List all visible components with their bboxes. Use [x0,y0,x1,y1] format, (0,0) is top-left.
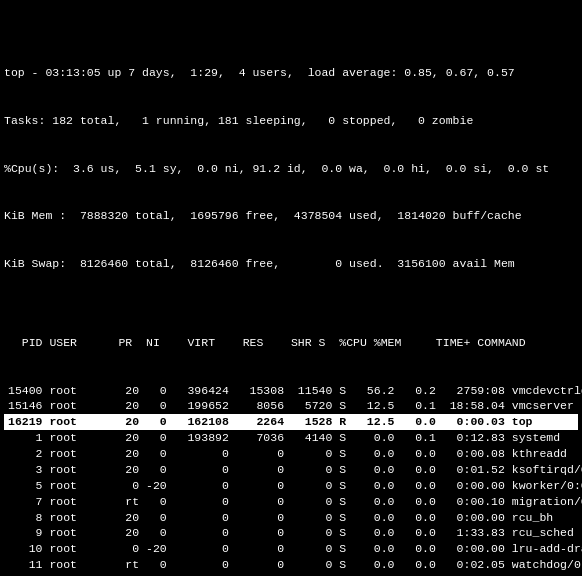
table-row: 9 root 20 0 0 0 0 S 0.0 0.0 1:33.83 rcu_… [4,525,578,541]
header-line4: KiB Mem : 7888320 total, 1695796 free, 4… [4,208,578,224]
table-row: 8 root 20 0 0 0 0 S 0.0 0.0 0:00.00 rcu_… [4,510,578,526]
table-row: 15146 root 20 0 199652 8056 5720 S 12.5 … [4,398,578,414]
table-row: 16219 root 20 0 162108 2264 1528 R 12.5 … [4,414,578,430]
header-line1: top - 03:13:05 up 7 days, 1:29, 4 users,… [4,65,578,81]
table-header: PID USER PR NI VIRT RES SHR S %CPU %MEM … [4,335,578,351]
table-row: 11 root rt 0 0 0 0 S 0.0 0.0 0:02.05 wat… [4,557,578,573]
table-row: 1 root 20 0 193892 7036 4140 S 0.0 0.1 0… [4,430,578,446]
header-line5: KiB Swap: 8126460 total, 8126460 free, 0… [4,256,578,272]
header-line3: %Cpu(s): 3.6 us, 5.1 sy, 0.0 ni, 91.2 id… [4,161,578,177]
header-section: top - 03:13:05 up 7 days, 1:29, 4 users,… [4,34,578,304]
table-row: 2 root 20 0 0 0 0 S 0.0 0.0 0:00.08 kthr… [4,446,578,462]
header-line2: Tasks: 182 total, 1 running, 181 sleepin… [4,113,578,129]
table-row: 5 root 0 -20 0 0 0 S 0.0 0.0 0:00.00 kwo… [4,478,578,494]
table-row: 15400 root 20 0 396424 15308 11540 S 56.… [4,383,578,399]
terminal-output: top - 03:13:05 up 7 days, 1:29, 4 users,… [0,0,582,576]
process-list: 15400 root 20 0 396424 15308 11540 S 56.… [4,383,578,576]
table-row: 7 root rt 0 0 0 0 S 0.0 0.0 0:00.10 migr… [4,494,578,510]
table-row: 3 root 20 0 0 0 0 S 0.0 0.0 0:01.52 ksof… [4,462,578,478]
table-row: 10 root 0 -20 0 0 0 S 0.0 0.0 0:00.00 lr… [4,541,578,557]
